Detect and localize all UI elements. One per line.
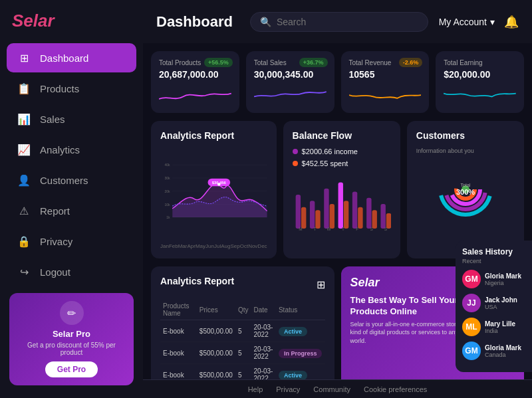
analytics-chart-svg: 40k 30k 20k 10k 1k $30,456 <box>160 148 267 241</box>
sparkline-2 <box>349 85 422 105</box>
sidebar-item-customers[interactable]: 👤Customers <box>7 165 136 195</box>
svg-rect-25 <box>372 210 376 229</box>
svg-text:T: T <box>342 227 344 231</box>
sh-name-2: Mary Lille <box>485 320 515 328</box>
sh-name-0: Gloria Mark <box>485 272 521 280</box>
sidebar-item-logout[interactable]: ↪Logout <box>7 257 136 286</box>
sh-info-1: Jack John USA <box>485 296 517 310</box>
sidebar-item-report[interactable]: ⚠Report <box>7 196 136 225</box>
stat-card-1: Total Sales +36.7% 30,000,345.00 <box>246 51 334 113</box>
cell-name-0: E-book <box>160 320 197 342</box>
app-logo: Selar <box>12 11 55 31</box>
page-title: Dashboard <box>156 13 233 31</box>
sidebar-item-analytics[interactable]: 📈Analytics <box>7 135 136 164</box>
sidebar-label-customers: Customers <box>40 175 88 186</box>
svg-rect-24 <box>366 198 371 229</box>
svg-rect-20 <box>338 183 342 229</box>
spent-label: $452.55 spent <box>302 159 348 167</box>
chart-x-labels: JanFeb MarApr MayJun JulAug SepOct NovDe… <box>160 243 267 249</box>
customers-icon: 👤 <box>17 173 31 187</box>
analytics-chart: 40k 30k 20k 10k 1k $30,456 <box>160 148 267 241</box>
stat-card-3: Total Earning $20,000.00 <box>436 51 524 113</box>
sidebar-label-sales: Sales <box>40 114 65 125</box>
cell-status-1: In Progress <box>276 342 325 364</box>
sh-name-3: Gloria Mark <box>485 344 521 351</box>
sales-history-item: GM Gloria Mark Canada <box>462 342 525 360</box>
svg-text:40k: 40k <box>164 163 170 167</box>
search-input[interactable] <box>277 17 418 27</box>
search-bar[interactable]: 🔍 <box>250 12 428 32</box>
topbar: Dashboard 🔍 My Account ▾ 🔔 <box>143 0 532 43</box>
svg-rect-22 <box>352 191 356 229</box>
sh-avatar-2: ML <box>462 318 481 336</box>
topbar-right: My Account ▾ 🔔 <box>439 15 519 29</box>
report-icon: ⚠ <box>17 204 31 217</box>
sh-country-1: USA <box>485 304 517 310</box>
sh-info-0: Gloria Mark Nigeria <box>485 272 521 286</box>
notification-bell-icon[interactable]: 🔔 <box>504 15 519 29</box>
cell-price-0: $500,00.00 <box>197 320 235 342</box>
my-account-button[interactable]: My Account ▾ <box>439 17 495 27</box>
svg-text:10k: 10k <box>164 203 170 207</box>
income-dot <box>293 149 298 154</box>
svg-text:Total: Total <box>460 183 470 187</box>
privacy-icon: 🔒 <box>17 235 31 248</box>
sales-history-panel: Sales History Recent GM Gloria Mark Nige… <box>456 241 532 372</box>
table-header: Analytics Report ⊞ <box>160 276 325 293</box>
sh-country-2: India <box>485 328 515 334</box>
donut-chart: Total 300% <box>416 159 515 219</box>
svg-rect-14 <box>295 195 300 229</box>
sidebar-item-dashboard[interactable]: ⊞Dashboard <box>7 43 136 72</box>
spent-legend: $452.55 spent <box>293 159 391 167</box>
donut-svg: Total 300% <box>436 159 495 219</box>
sales-history-item: ML Mary Lille India <box>462 318 525 336</box>
middle-row: Analytics Report 40k 30k 20k 10k 1k <box>151 121 524 258</box>
sales-history-item: JJ Jack John USA <box>462 294 525 312</box>
sh-country-0: Nigeria <box>485 280 521 286</box>
sh-avatar-1: JJ <box>462 294 481 312</box>
analytics-table-card: Analytics Report ⊞ Products NamePricesQt… <box>151 266 334 398</box>
sidebar-label-logout: Logout <box>40 266 70 278</box>
sidebar-item-sales[interactable]: 📊Sales <box>7 104 136 134</box>
table-col-qty: Qty <box>235 300 251 320</box>
svg-rect-16 <box>310 201 315 229</box>
my-account-label: My Account <box>439 17 487 27</box>
svg-text:300%: 300% <box>456 188 475 196</box>
stats-row: Total Products +56.5% 20,687,000.00 Tota… <box>151 51 524 113</box>
customers-title: Customers <box>416 130 515 141</box>
footer-link-community[interactable]: Community <box>313 385 350 393</box>
balance-bars-svg: M T W T F S S <box>293 174 391 234</box>
promo-title: Selar Pro <box>17 329 126 339</box>
svg-text:S: S <box>370 227 373 231</box>
footer-link-cookie-preferences[interactable]: Cookie preferences <box>364 385 427 393</box>
search-icon: 🔍 <box>260 17 271 27</box>
sales-history-subtitle: Recent <box>462 258 525 264</box>
footer-link-help[interactable]: Help <box>248 385 263 393</box>
sidebar: Selar ⊞Dashboard📋Products📊Sales📈Analytic… <box>0 0 143 398</box>
sidebar-item-privacy[interactable]: 🔒Privacy <box>7 227 136 256</box>
sparkline-0 <box>159 85 231 105</box>
svg-point-13 <box>217 183 220 185</box>
income-legend: $2000.66 income <box>293 148 391 155</box>
sales-history-item: GM Gloria Mark Nigeria <box>462 270 525 288</box>
logo-area: Selar <box>0 11 143 43</box>
footer-link-privacy[interactable]: Privacy <box>276 385 300 393</box>
stat-card-2: Total Revenue -2.6% 10565 <box>341 51 430 113</box>
footer: HelpPrivacyCommunityCookie preferences <box>143 379 532 398</box>
stat-badge-1: +36.7% <box>299 58 328 67</box>
table-col-status: Status <box>276 300 325 320</box>
balance-flow-chart: M T W T F S S <box>293 174 391 237</box>
sidebar-item-products[interactable]: 📋Products <box>7 74 136 103</box>
get-pro-button[interactable]: Get Pro <box>45 361 98 377</box>
svg-text:F: F <box>356 227 358 231</box>
sparkline-3 <box>444 85 516 105</box>
status-badge-2: Active <box>279 371 307 380</box>
sales-history-list: GM Gloria Mark Nigeria JJ Jack John USA … <box>462 270 525 360</box>
grid-icon[interactable]: ⊞ <box>317 278 325 291</box>
sidebar-label-analytics: Analytics <box>40 144 80 155</box>
svg-rect-15 <box>301 207 306 229</box>
stat-card-0: Total Products +56.5% 20,687,000.00 <box>151 51 239 113</box>
analytics-icon: 📈 <box>17 143 31 156</box>
sidebar-nav: ⊞Dashboard📋Products📊Sales📈Analytics👤Cust… <box>0 43 143 286</box>
table-row: E-book $500,00.00 5 20-03-2022 Active <box>160 320 325 342</box>
